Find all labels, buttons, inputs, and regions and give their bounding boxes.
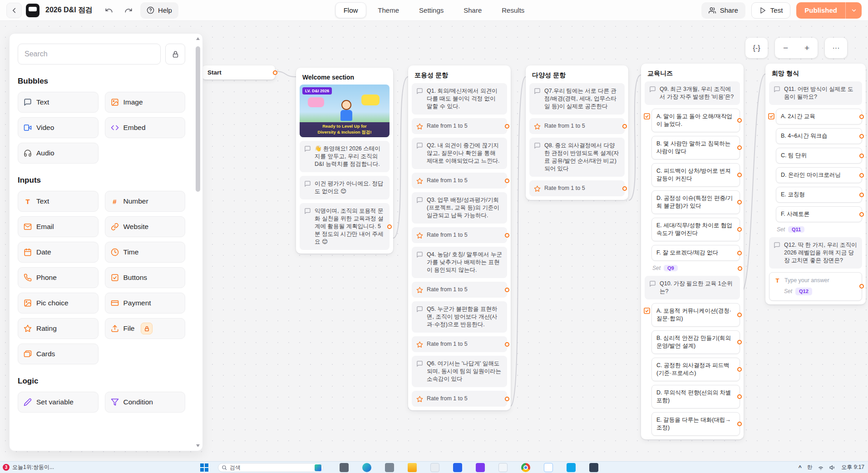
- group-welcome[interactable]: Welcome section LV. D&I 2026 Ready to Le…: [296, 68, 393, 254]
- question-block[interactable]: Q3. 업무 배정/성과평가/기회(프로젝트, 교육 등)의 기준이 일관되고 …: [412, 192, 507, 224]
- panel-scrollbar[interactable]: [195, 35, 201, 449]
- taskbar-app-icon[interactable]: [567, 463, 576, 472]
- sidebar-block-text-bubble[interactable]: Text: [18, 92, 99, 113]
- connection-point[interactable]: [622, 186, 627, 191]
- sidebar-block-text-input[interactable]: T Text: [18, 191, 99, 212]
- published-button[interactable]: Published: [796, 2, 845, 19]
- question-block[interactable]: Q8. 중요 의사결정에서 다양한 관점이 반영되도록 설계(자료 공유/발언 …: [529, 138, 625, 177]
- group-inclusion[interactable]: 포용성 문항 Q1. 회의/메신저에서 의견이 다를 때도 불이익 걱정 없이 …: [408, 65, 511, 410]
- group-title[interactable]: Welcome section: [300, 71, 390, 81]
- start-group[interactable]: Start: [202, 65, 275, 80]
- taskbar-search-box[interactable]: 검색: [218, 463, 323, 472]
- taskbar-app-icon[interactable]: [521, 463, 530, 472]
- sidebar-block-buttons-input[interactable]: Buttons: [105, 267, 186, 288]
- taskbar-app-icon[interactable]: [362, 463, 371, 472]
- connection-point[interactable]: [737, 394, 742, 399]
- back-button[interactable]: [6, 3, 22, 18]
- scroll-up-arrow[interactable]: [196, 37, 200, 40]
- scroll-down-arrow[interactable]: [196, 444, 200, 447]
- choice-item[interactable]: C. 팀 단위: [776, 148, 862, 164]
- text-input-block[interactable]: T Type your answer Set Q12: [769, 272, 862, 301]
- text-bubble-block[interactable]: 이건 평가가 아니에요. 정답도 없어요 😊: [300, 176, 390, 199]
- connection-point[interactable]: [387, 224, 392, 229]
- zoom-in-button[interactable]: +: [796, 38, 818, 58]
- zoom-out-button[interactable]: −: [775, 38, 796, 58]
- sidebar-block-cards-input[interactable]: Cards: [18, 344, 99, 364]
- buttons-input-block[interactable]: A. 말이 돌고 돌아 오해/재작업이 늘었다. B. 몇 사람만 말하고 침묵…: [645, 109, 740, 272]
- taskbar-app-icon[interactable]: [430, 463, 439, 472]
- group-format[interactable]: 희망 형식 Q11. 어떤 방식이 실제로 도움이 될까요? A. 2시간 교육…: [765, 64, 866, 304]
- sidebar-block-embed-bubble[interactable]: Embed: [105, 117, 186, 138]
- rating-input-block[interactable]: Rate from 1 to 5: [529, 118, 625, 134]
- taskbar-app-icon[interactable]: [340, 463, 349, 472]
- question-block[interactable]: Q12. 딱 한 가지, 우리 조직이 2026 레벨업을 위해 지금 당장 고…: [769, 237, 862, 269]
- connection-point[interactable]: [737, 227, 742, 232]
- tray-expand-icon[interactable]: ^: [799, 464, 802, 471]
- tab-share[interactable]: Share: [455, 2, 490, 18]
- sidebar-block-rating-input[interactable]: Rating: [18, 318, 99, 339]
- choice-item[interactable]: C. 공정한 의사결정과 피드백(기준·프로세스): [651, 358, 740, 381]
- choice-item[interactable]: E. 코칭형: [776, 187, 862, 203]
- group-diversity[interactable]: 다양성 문항 Q7.우리 팀에는 서로 다른 관점/배경(경력, 세대, 업무스…: [526, 65, 628, 200]
- tab-theme[interactable]: Theme: [370, 2, 407, 18]
- sidebar-block-pic-choice-input[interactable]: Pic choice: [18, 293, 99, 314]
- volume-icon[interactable]: [829, 464, 836, 471]
- rating-input-block[interactable]: Rate from 1 to 5: [412, 282, 507, 298]
- connection-point[interactable]: [859, 212, 864, 217]
- connection-point[interactable]: [737, 145, 742, 150]
- published-dropdown-button[interactable]: [845, 2, 862, 19]
- search-input[interactable]: [18, 44, 161, 65]
- sidebar-block-website-input[interactable]: Website: [105, 216, 186, 237]
- rating-input-block[interactable]: Rate from 1 to 5: [529, 180, 625, 196]
- choice-item[interactable]: F. 사례토론: [776, 206, 862, 222]
- choice-item[interactable]: A. 2시간 교육: [776, 109, 862, 124]
- group-title[interactable]: 포용성 문항: [412, 69, 507, 80]
- question-block[interactable]: Q4. 농담/ 호칭/ 말투에서 누군가를 낮추거나 배제하는 표현이 용인되지…: [412, 247, 507, 278]
- connection-point[interactable]: [505, 342, 509, 347]
- question-block[interactable]: Q11. 어떤 방식이 실제로 도움이 될까요?: [769, 81, 862, 105]
- choice-item[interactable]: C. 피드백이 상처/방어로 번져 갈등이 커진다: [651, 163, 740, 187]
- sidebar-block-phone-input[interactable]: Phone: [18, 267, 99, 288]
- question-block[interactable]: Q10. 가장 필요한 교육 1순위는?: [645, 276, 740, 299]
- image-bubble-block[interactable]: LV. D&I 2026 Ready to Level Up for Diver…: [300, 85, 390, 137]
- buttons-input-block[interactable]: A. 포용적 커뮤니케이션(경청·질문·합의) B. 심리적 안전감 만들기(회…: [645, 303, 740, 436]
- choice-item[interactable]: F. 잘 모르겠다/체감 없다: [651, 245, 740, 261]
- redo-button[interactable]: [121, 3, 136, 18]
- buttons-input-block[interactable]: A. 2시간 교육 B. 4~6시간 워크숍 C. 팀 단위 D. 온라인 마이…: [769, 109, 862, 234]
- group-title[interactable]: 교육니즈: [645, 67, 740, 78]
- typebot-logo[interactable]: [26, 4, 39, 17]
- sidebar-block-file-input[interactable]: File: [105, 318, 186, 339]
- choice-item[interactable]: A. 말이 돌고 돌아 오해/재작업이 늘었다.: [651, 109, 740, 132]
- panel-lock-button[interactable]: [165, 44, 185, 65]
- variable-badge[interactable]: Q12: [795, 288, 812, 295]
- connection-point[interactable]: [737, 251, 742, 255]
- windows-start-button[interactable]: [200, 463, 208, 472]
- choice-item[interactable]: E. 세대/직무/성향 차이로 협업 속도가 떨어진다: [651, 218, 740, 241]
- sidebar-block-time-input[interactable]: Time: [105, 242, 186, 263]
- help-button[interactable]: Help: [140, 2, 178, 19]
- scrollbar-thumb[interactable]: [196, 46, 200, 192]
- language-indicator[interactable]: 한: [807, 464, 813, 471]
- question-block[interactable]: Q2. 내 의견이 중간에 끊기지 않고, 질문이나 확인을 통해 제대로 이해…: [412, 138, 507, 169]
- connection-point[interactable]: [737, 340, 742, 344]
- connection-point[interactable]: [859, 154, 864, 158]
- share-button[interactable]: Share: [701, 2, 745, 19]
- tab-results[interactable]: Results: [493, 2, 533, 18]
- choice-item[interactable]: D. 공정성 이슈(특정인 편중/기회 불균형)가 있다: [651, 190, 740, 214]
- tab-settings[interactable]: Settings: [411, 2, 452, 18]
- variable-badge[interactable]: Q9: [664, 265, 678, 271]
- news-widget[interactable]: 3 오늘1위:쌍둥이...: [3, 462, 54, 473]
- connection-point[interactable]: [737, 313, 742, 317]
- variables-button[interactable]: {-}: [745, 38, 768, 58]
- sidebar-block-audio-bubble[interactable]: Audio: [18, 143, 99, 164]
- group-title[interactable]: 희망 형식: [769, 67, 862, 78]
- question-block[interactable]: Q9. 최근 3개월, 우리 조직에서 가장 자주 발생한 '비용'은?: [645, 81, 740, 105]
- connection-point[interactable]: [505, 124, 509, 129]
- connection-point[interactable]: [738, 266, 742, 271]
- group-education[interactable]: 교육니즈 Q9. 최근 3개월, 우리 조직에서 가장 자주 발생한 '비용'은…: [641, 64, 744, 439]
- choice-item[interactable]: B. 심리적 안전감 만들기(회의 운영/발언 설계): [651, 330, 740, 354]
- rating-input-block[interactable]: Rate from 1 to 5: [412, 227, 507, 243]
- group-title[interactable]: 다양성 문항: [529, 69, 625, 80]
- taskbar-app-icon[interactable]: [544, 463, 553, 472]
- bot-title[interactable]: 2026 D&I 점검: [45, 5, 93, 15]
